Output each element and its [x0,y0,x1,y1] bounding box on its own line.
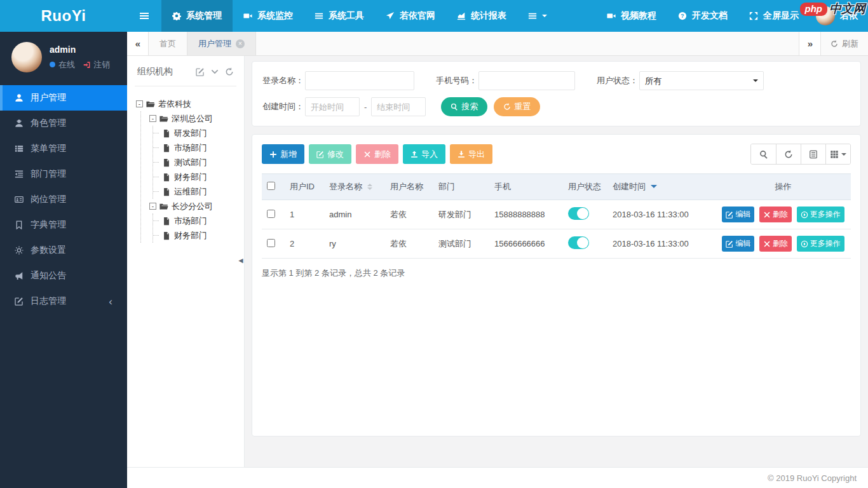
plus-icon [269,151,277,158]
tree-node-leaf[interactable]: 财务部门 [161,228,236,243]
start-date-input[interactable] [305,97,360,116]
nav-statistics[interactable]: 统计报表 [446,0,517,32]
select-all-checkbox[interactable] [267,182,275,190]
sidebar-item-log-mgmt[interactable]: 日志管理 ‹ [0,288,127,314]
tree-node-leaf[interactable]: 市场部门 [161,140,236,155]
file-icon [162,231,171,240]
sidebar-item-notice[interactable]: 通知公告 [0,263,127,288]
search-button[interactable]: 搜索 [441,97,487,116]
file-icon [162,158,171,167]
user-avatar[interactable] [11,42,42,72]
panel-collapse-arrow[interactable]: ◄ [237,256,245,265]
app-window: RuoYi admin 在线 注销 用户管理 [0,0,868,488]
refresh-icon[interactable] [225,67,234,76]
row-edit-button[interactable]: 编辑 [722,207,754,222]
cell-created: 2018-03-16 11:33:00 [607,200,715,229]
send-icon [386,11,395,20]
reset-button[interactable]: 重置 [494,97,540,116]
tab-user-mgmt[interactable]: 用户管理 × [187,32,256,55]
col-created[interactable]: 创建时间 [607,174,715,200]
nav-fullscreen[interactable]: 全屏显示 [738,0,810,32]
nav-official-site[interactable]: 若依官网 [375,0,446,32]
sidebar-item-menu-mgmt[interactable]: 菜单管理 [0,136,127,161]
nav-system-mgmt[interactable]: 系统管理 [161,0,233,32]
row-delete-button[interactable]: 删除 [759,236,792,252]
edit-button[interactable]: 修改 [309,144,351,164]
add-button[interactable]: 新增 [262,144,304,164]
table-refresh-button[interactable] [776,144,801,164]
tab-bar: « 首页 用户管理 × » 刷新 [127,32,868,56]
table-panel: 新增 修改 删除 导入 [252,134,861,437]
table-search-toggle-button[interactable] [751,144,776,164]
login-name-input[interactable] [305,71,414,90]
refresh-icon [784,150,793,159]
sort-icon [367,181,372,193]
collapse-box-icon[interactable]: - [136,100,143,107]
phone-input[interactable] [478,71,575,90]
status-toggle[interactable] [568,236,589,249]
tree-node-leaf[interactable]: 测试部门 [161,155,236,170]
cell-dept: 测试部门 [433,229,489,259]
org-tree-title: 组织机构 [137,66,173,78]
cell-user-name: 若依 [385,229,433,259]
tree-node-branch[interactable]: - 长沙分公司 [149,199,236,214]
export-button[interactable]: 导出 [450,144,492,164]
fullscreen-icon [749,11,758,20]
row-more-actions-button[interactable]: 更多操作 [797,207,844,222]
edit-square-icon [15,297,24,306]
row-checkbox[interactable] [267,210,275,218]
col-phone: 手机 [489,174,563,200]
end-date-input[interactable] [371,97,426,116]
tree-node-leaf[interactable]: 研发部门 [161,126,236,140]
sidebar-item-role-mgmt[interactable]: 角色管理 [0,111,127,136]
date-range-separator: - [364,102,367,112]
table-detail-view-button[interactable] [801,144,825,164]
row-checkbox[interactable] [267,239,275,247]
nav-dev-docs[interactable]: 开发文档 [667,0,738,32]
delete-button[interactable]: 删除 [356,144,398,164]
tab-refresh-button[interactable]: 刷新 [820,32,868,55]
edit-square-icon[interactable] [196,67,205,76]
logout-link[interactable]: 注销 [83,59,110,71]
col-login-name[interactable]: 登录名称 [324,174,385,200]
sidebar-toggle-button[interactable] [127,11,161,21]
row-more-actions-button[interactable]: 更多操作 [797,236,844,252]
bars-icon [139,11,149,21]
sidebar-item-param-settings[interactable]: 参数设置 [0,238,127,263]
row-delete-button[interactable]: 删除 [759,207,792,222]
collapse-box-icon[interactable]: - [149,115,156,122]
sidebar-item-post-mgmt[interactable]: 岗位管理 [0,187,127,212]
tabs-scroll-left-button[interactable]: « [127,32,149,55]
row-edit-button[interactable]: 编辑 [722,236,754,252]
tree-node-leaf[interactable]: 财务部门 [161,170,236,184]
nav-system-monitor[interactable]: 系统监控 [233,0,304,32]
tree-node-leaf[interactable]: 运维部门 [161,184,236,199]
x-icon [763,240,771,248]
close-icon[interactable]: × [236,39,245,48]
sidebar-item-user-mgmt[interactable]: 用户管理 [0,85,127,111]
cell-dept: 研发部门 [433,200,489,229]
copyright-text: © 2019 RuoYi Copyright [768,473,857,483]
top-navbar: 系统管理 系统监控 系统工具 若依官网 统计报表 [127,0,868,32]
tabs-scroll-right-button[interactable]: » [799,32,820,55]
tree-node-branch[interactable]: - 深圳总公司 [149,111,236,126]
page-content: 登录名称： 手机号码： 用户状态： 所有 创建时间： [245,56,868,467]
status-toggle[interactable] [568,207,589,220]
nav-video-tutorial[interactable]: 视频教程 [596,0,667,32]
folder-icon [159,114,168,123]
sidebar-item-dept-mgmt[interactable]: 部门管理 [0,161,127,187]
collapse-box-icon[interactable]: - [149,203,156,210]
user-status-select[interactable]: 所有 [639,71,764,90]
nav-system-tools[interactable]: 系统工具 [304,0,375,32]
caret-down-icon [841,153,846,158]
tab-home[interactable]: 首页 [149,32,187,55]
sidebar-item-dict-mgmt[interactable]: 字典管理 [0,212,127,238]
import-button[interactable]: 导入 [403,144,445,164]
chevron-down-icon[interactable] [210,67,219,76]
tree-node-leaf[interactable]: 市场部门 [161,214,236,228]
sidebar-menu: 用户管理 角色管理 菜单管理 部门管理 岗位管理 字典管理 [0,85,127,488]
table-row: 1 admin 若依 研发部门 15888888888 2018-03-16 1… [262,200,851,229]
nav-more-menu[interactable] [517,0,558,32]
table-columns-button[interactable] [825,144,850,164]
tree-node-root[interactable]: - 若依科技 [136,97,236,111]
